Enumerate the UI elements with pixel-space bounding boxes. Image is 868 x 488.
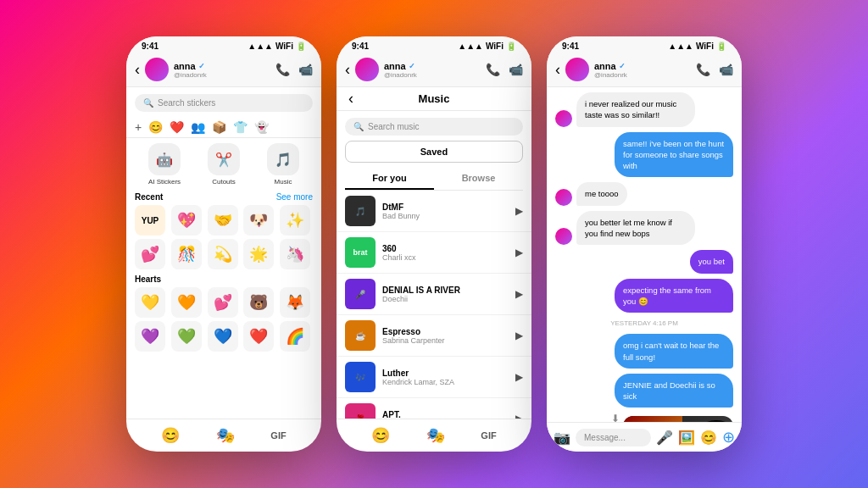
heart-orange[interactable]: 🧡 — [171, 287, 202, 318]
heart-fox[interactable]: 🦊 — [280, 287, 310, 318]
tab-browse[interactable]: Browse — [434, 168, 523, 190]
back-button-chat[interactable]: ‹ — [555, 61, 560, 79]
heart-green[interactable]: 💚 — [171, 321, 202, 352]
song-info-denial: DENIAL IS A RIVER Doechii — [382, 286, 509, 303]
image-icon-chat[interactable]: 🖼️ — [678, 430, 695, 446]
music-back-button[interactable]: ‹ — [348, 90, 353, 108]
signal-icon-2: ▲▲▲ — [458, 42, 483, 51]
sticker-search[interactable]: 🔍 Search stickers — [135, 94, 313, 112]
cat-ai-stickers[interactable]: 🤖 AI Stickers — [135, 143, 194, 186]
phone-call-icon-1[interactable]: 📞 — [275, 63, 290, 76]
heart-sticker-icon[interactable]: ❤️ — [170, 120, 184, 134]
song-dtmf[interactable]: 🎵 DtMF Bad Bunny ▶ — [337, 191, 531, 232]
sticker-hearts2[interactable]: 💕 — [135, 239, 165, 269]
play-icon-apt[interactable]: ▶ — [515, 413, 523, 419]
wifi-icon-3: WiFi — [696, 42, 714, 51]
play-icon-luther[interactable]: ▶ — [515, 371, 523, 383]
box-icon[interactable]: 📦 — [212, 120, 226, 134]
bubble-1: i never realized our music taste was so … — [576, 92, 695, 127]
avatar-1 — [145, 58, 169, 81]
play-icon-espresso[interactable]: ▶ — [515, 330, 523, 341]
song-thumb-luther: 🎶 — [345, 362, 376, 392]
mask-tool-2[interactable]: 🎭 — [426, 426, 445, 445]
sticker-heart-emoji[interactable]: 💖 — [171, 205, 202, 236]
chat-messages: i never realized our music taste was so … — [547, 87, 742, 422]
heart-yellow[interactable]: 💛 — [135, 287, 165, 318]
music-tabs: For you Browse — [345, 168, 523, 191]
emoji-icon-1[interactable]: 😊 — [148, 120, 163, 134]
heart-rainbow[interactable]: 🌈 — [280, 321, 310, 352]
song-thumb-denial: 🎤 — [345, 279, 376, 309]
bubble-3: me toooo — [576, 182, 627, 205]
sticker-sparkle[interactable]: ✨ — [280, 205, 310, 236]
music-list: 🎵 DtMF Bad Bunny ▶ brat 360 Charli xcx ▶… — [337, 191, 531, 419]
nav-name-chat: anna ✓ — [594, 61, 696, 71]
gif-tool-1[interactable]: GIF — [270, 430, 286, 441]
song-espresso[interactable]: ☕ Espresso Sabrina Carpenter ▶ — [337, 315, 531, 357]
mask-tool-1[interactable]: 🎭 — [216, 426, 235, 445]
status-bar-2: 9:41 ▲▲▲ WiFi 🔋 — [337, 36, 531, 54]
emoji-tool-1[interactable]: 😊 — [161, 426, 180, 445]
status-time-2: 9:41 — [352, 42, 369, 51]
sticker-dog[interactable]: 🐶 — [243, 205, 274, 236]
mic-icon-chat[interactable]: 🎤 — [656, 430, 673, 446]
msg-avatar-1 — [555, 110, 572, 127]
bubble-4: you better let me know if you find new b… — [576, 211, 695, 246]
bubble-7: omg i can't wait to hear the full song! — [615, 334, 733, 369]
heart-bear[interactable]: 🐻 — [243, 287, 274, 318]
phone-call-icon-music[interactable]: 📞 — [486, 63, 500, 76]
song-denial[interactable]: 🎤 DENIAL IS A RIVER Doechii ▶ — [337, 274, 531, 315]
add-sticker-icon[interactable]: + — [135, 120, 142, 134]
camera-icon-chat[interactable]: 📷 — [554, 430, 570, 446]
avatar-chat — [565, 58, 589, 81]
music-share-card[interactable]: EXTRAL JENNIE & Doe... — [623, 416, 733, 422]
song-info-apt: APT. ROSE, Bruno Mars — [382, 410, 509, 419]
nav-bar-1: ‹ anna ✓ @inadonrk 📞 📹 — [126, 54, 321, 87]
shirt-icon[interactable]: 👕 — [233, 120, 248, 134]
saved-button[interactable]: Saved — [345, 141, 523, 163]
sticker-handshake[interactable]: 🤝 — [208, 205, 238, 236]
sticker-content: 🔍 Search stickers + 😊 ❤️ 👥 📦 👕 👻 🤖 AI St… — [126, 87, 321, 419]
play-icon-dtmf[interactable]: ▶ — [515, 205, 523, 217]
msg-row-5: you bet — [555, 250, 733, 273]
back-button-1[interactable]: ‹ — [135, 61, 140, 79]
msg-row-8: JENNIE and Doechii is so sick — [555, 374, 733, 408]
verified-music: ✓ — [409, 62, 415, 70]
nav-bar-chat: ‹ anna ✓ @inadonrk 📞 📹 — [547, 54, 742, 87]
sticker-glow[interactable]: 🌟 — [243, 239, 274, 269]
video-call-icon-music[interactable]: 📹 — [509, 63, 523, 76]
vinyl-record — [691, 420, 733, 422]
heart-red[interactable]: ❤️ — [243, 321, 274, 352]
play-icon-360[interactable]: ▶ — [515, 247, 523, 258]
add-icon-chat[interactable]: ⊕ — [722, 428, 735, 446]
music-search[interactable]: 🔍 Search music — [345, 118, 523, 136]
song-luther[interactable]: 🎶 Luther Kendrick Lamar, SZA ▶ — [337, 357, 531, 398]
gif-tool-2[interactable]: GIF — [481, 430, 496, 441]
song-apt[interactable]: 🌹 APT. ROSE, Bruno Mars ▶ — [337, 398, 531, 419]
heart-purple[interactable]: 💜 — [135, 321, 165, 352]
sticker-yup[interactable]: YUP — [135, 205, 165, 236]
emoji-tool-2[interactable]: 😊 — [371, 426, 390, 445]
music-title: Music — [419, 92, 450, 105]
cat-cutouts[interactable]: ✂️ Cutouts — [194, 143, 253, 186]
phone-call-icon-chat[interactable]: 📞 — [696, 63, 710, 76]
back-button-music-main[interactable]: ‹ — [345, 61, 350, 79]
video-call-icon-chat[interactable]: 📹 — [719, 63, 733, 76]
video-call-icon-1[interactable]: 📹 — [298, 63, 313, 76]
sticker-star[interactable]: 💫 — [208, 239, 238, 269]
people-icon[interactable]: 👥 — [191, 120, 205, 134]
cat-music[interactable]: 🎵 Music — [253, 143, 313, 186]
tab-for-you[interactable]: For you — [345, 168, 434, 190]
song-360[interactable]: brat 360 Charli xcx ▶ — [337, 232, 531, 274]
phone-chat: 9:41 ▲▲▲ WiFi 🔋 ‹ anna ✓ @inadonrk 📞 📹 i… — [547, 36, 742, 452]
chat-input-field[interactable]: Message... — [576, 429, 651, 446]
sticker-unicorn[interactable]: 🦄 — [280, 239, 310, 269]
heart-pink[interactable]: 💕 — [208, 287, 238, 318]
sticker-celeb[interactable]: 🎊 — [171, 239, 202, 269]
song-thumb-dtmf: 🎵 — [345, 196, 376, 226]
heart-blue[interactable]: 💙 — [208, 321, 238, 352]
sticker-icon-chat[interactable]: 😊 — [700, 430, 717, 446]
play-icon-denial[interactable]: ▶ — [515, 288, 523, 300]
ghost-icon[interactable]: 👻 — [254, 120, 269, 134]
song-info-espresso: Espresso Sabrina Carpenter — [382, 327, 509, 345]
